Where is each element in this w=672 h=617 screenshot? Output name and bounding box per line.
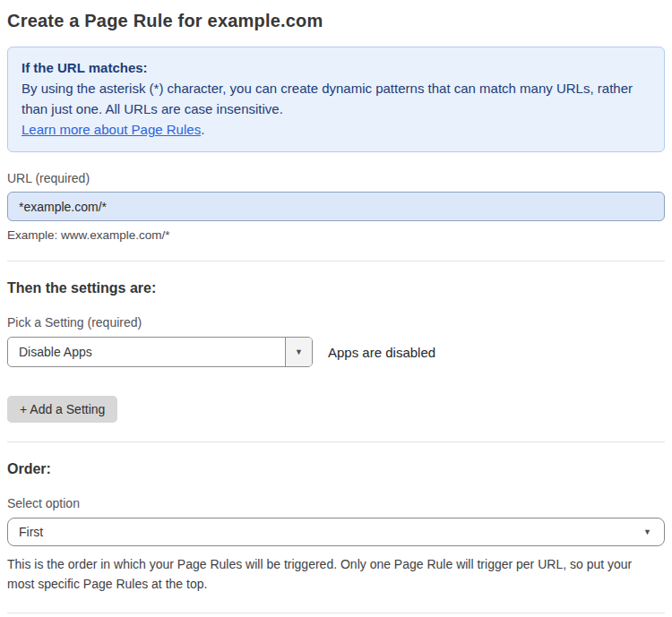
page-title: Create a Page Rule for example.com: [7, 11, 665, 31]
order-select[interactable]: First ▼: [7, 518, 665, 546]
order-select-label: Select option: [7, 496, 665, 510]
caret-down-icon: ▼: [643, 528, 651, 536]
url-example-hint: Example: www.example.com/*: [7, 228, 665, 242]
info-box-heading: If the URL matches:: [22, 57, 650, 78]
setting-select[interactable]: Disable Apps ▼: [7, 337, 313, 367]
order-select-value: First: [19, 525, 43, 539]
setting-row: Disable Apps ▼ Apps are disabled: [7, 337, 665, 367]
pick-setting-label: Pick a Setting (required): [7, 315, 665, 330]
setting-select-value: Disable Apps: [8, 338, 285, 366]
setting-select-arrow-button[interactable]: ▼: [285, 338, 312, 366]
link-suffix-period: .: [201, 122, 204, 137]
settings-section-heading: Then the settings are:: [7, 280, 665, 296]
divider: [7, 441, 665, 442]
order-help-text: This is the order in which your Page Rul…: [7, 554, 661, 594]
divider: [7, 613, 665, 613]
url-match-info-box: If the URL matches: By using the asteris…: [7, 47, 665, 152]
url-input[interactable]: [7, 192, 665, 221]
info-box-link-line: Learn more about Page Rules.: [22, 119, 650, 140]
add-setting-button[interactable]: + Add a Setting: [7, 396, 117, 423]
create-page-rule-panel: Create a Page Rule for example.com If th…: [0, 0, 672, 617]
order-section-heading: Order:: [7, 461, 665, 477]
info-box-body: By using the asterisk (*) character, you…: [22, 78, 650, 119]
divider: [7, 261, 665, 261]
learn-more-page-rules-link[interactable]: Learn more about Page Rules: [22, 122, 201, 137]
caret-down-icon: ▼: [295, 348, 303, 356]
setting-status-text: Apps are disabled: [328, 345, 435, 360]
url-label: URL (required): [7, 171, 665, 185]
